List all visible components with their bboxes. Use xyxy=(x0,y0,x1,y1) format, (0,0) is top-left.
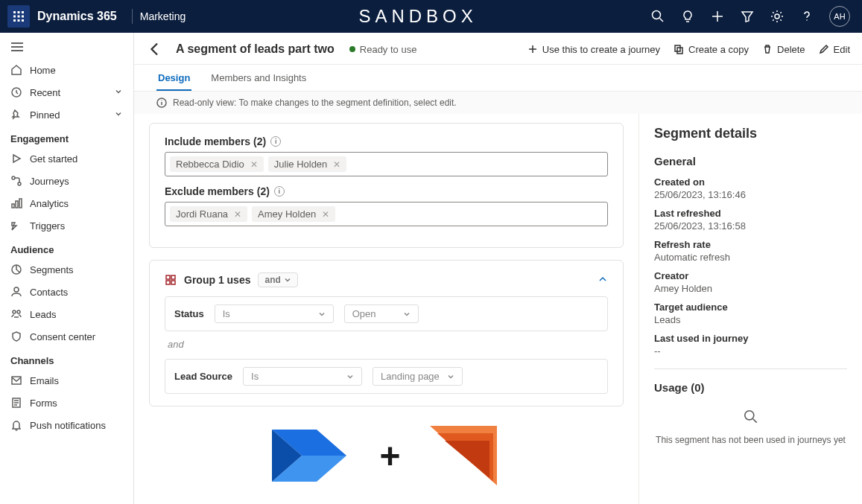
field-label: Last refreshed xyxy=(654,208,847,219)
readonly-infobar: Read-only view: To make changes to the s… xyxy=(134,92,862,114)
nav-group-channels: Channels xyxy=(0,348,133,369)
exclude-chips[interactable]: Jordi Ruana✕ Amey Holden✕ xyxy=(165,202,608,226)
delete-button[interactable]: Delete xyxy=(762,44,805,55)
chip-remove-button[interactable]: ✕ xyxy=(250,159,258,170)
usage-empty-text: This segment has not been used in journe… xyxy=(654,435,847,445)
area-label: Marketing xyxy=(140,10,186,22)
nav-label: Segments xyxy=(30,264,74,275)
power-automate-logo-icon xyxy=(264,418,361,493)
condition-value-dropdown[interactable]: Open xyxy=(344,304,419,323)
play-icon xyxy=(10,153,22,165)
page-title: A segment of leads part two xyxy=(176,42,335,56)
details-title: Segment details xyxy=(654,126,847,141)
nav-leads[interactable]: Leads xyxy=(0,303,133,325)
chip-remove-button[interactable]: ✕ xyxy=(322,209,329,220)
nav-analytics[interactable]: Analytics xyxy=(0,192,133,214)
clock-icon xyxy=(10,86,22,98)
nav-pinned[interactable]: Pinned xyxy=(0,103,133,126)
help-button[interactable] xyxy=(799,9,814,24)
field-value: Automatic refresh xyxy=(654,252,847,263)
svg-rect-23 xyxy=(12,204,14,208)
nav-push[interactable]: Push notifications xyxy=(0,414,133,436)
nav-label: Get started xyxy=(30,153,77,165)
tab-members-insights[interactable]: Members and Insights xyxy=(209,65,308,91)
field-value: Leads xyxy=(654,314,847,325)
svg-line-53 xyxy=(752,419,756,423)
filter-button[interactable] xyxy=(740,9,755,24)
nav-emails[interactable]: Emails xyxy=(0,369,133,392)
chip-remove-button[interactable]: ✕ xyxy=(333,159,340,170)
condition-row-status: Status Is Open xyxy=(165,296,608,331)
condition-value-dropdown[interactable]: Landing page xyxy=(373,367,463,386)
chevron-up-icon xyxy=(598,274,608,284)
svg-rect-30 xyxy=(12,377,21,384)
idea-button[interactable] xyxy=(680,9,695,24)
tab-bar: Design Members and Insights xyxy=(134,65,862,92)
condition-row-lead-source: Lead Source Is Landing page xyxy=(165,359,608,394)
add-button[interactable] xyxy=(710,9,725,24)
nav-home[interactable]: Home xyxy=(0,59,133,81)
nav-consent[interactable]: Consent center xyxy=(0,325,133,348)
use-journey-button[interactable]: Use this to create a journey xyxy=(527,44,660,55)
settings-button[interactable] xyxy=(770,9,785,24)
nav-journeys[interactable]: Journeys xyxy=(0,170,133,192)
chevron-down-icon xyxy=(284,276,291,284)
search-button[interactable] xyxy=(650,9,665,24)
nav-recent[interactable]: Recent xyxy=(0,81,133,103)
user-avatar[interactable]: AH xyxy=(829,6,850,27)
nav-label: Triggers xyxy=(30,220,65,232)
exclude-label: Exclude members (2) xyxy=(165,185,270,197)
field-value: Amey Holden xyxy=(654,283,847,294)
field-value: 25/06/2023, 13:16:58 xyxy=(654,220,847,232)
person-icon xyxy=(10,286,22,298)
svg-point-29 xyxy=(17,310,20,313)
environment-banner: SANDBOX xyxy=(186,6,650,27)
nav-label: Emails xyxy=(30,375,59,386)
nav-segments[interactable]: Segments xyxy=(0,258,133,281)
include-chips[interactable]: Rebbecca Didio✕ Julie Holden✕ xyxy=(165,152,608,176)
nav-label: Analytics xyxy=(30,198,69,209)
app-launcher-button[interactable] xyxy=(7,5,30,28)
info-icon[interactable]: i xyxy=(274,186,285,197)
svg-rect-42 xyxy=(166,275,170,279)
nav-forms[interactable]: Forms xyxy=(0,392,133,414)
status-badge: Ready to use xyxy=(349,44,417,55)
edit-button[interactable]: Edit xyxy=(819,44,850,55)
hamburger-button[interactable] xyxy=(0,37,133,59)
nav-triggers[interactable]: Triggers xyxy=(0,214,133,237)
collapse-group-button[interactable] xyxy=(598,274,608,287)
back-button[interactable] xyxy=(146,40,164,58)
chip-remove-button[interactable]: ✕ xyxy=(234,209,241,220)
nav-contacts[interactable]: Contacts xyxy=(0,281,133,303)
copy-icon xyxy=(674,44,684,54)
svg-rect-5 xyxy=(22,16,24,18)
mail-icon xyxy=(10,374,22,386)
svg-point-52 xyxy=(744,411,753,420)
infobar-text: Read-only view: To make changes to the s… xyxy=(173,98,457,108)
shield-icon xyxy=(10,331,22,342)
condition-operator-dropdown[interactable]: Is xyxy=(243,367,362,386)
plus-icon xyxy=(710,9,725,24)
nav-label: Journeys xyxy=(30,176,69,187)
divider xyxy=(132,9,133,24)
nav-get-started[interactable]: Get started xyxy=(0,147,133,170)
svg-rect-2 xyxy=(22,11,24,13)
field-label: Target audience xyxy=(654,302,847,313)
nav-label: Push notifications xyxy=(30,420,106,431)
main-region: A segment of leads part two Ready to use… xyxy=(134,33,862,504)
create-copy-button[interactable]: Create a copy xyxy=(674,44,749,55)
group-icon xyxy=(165,274,177,286)
trash-icon xyxy=(762,44,773,54)
command-bar: A segment of leads part two Ready to use… xyxy=(134,33,862,65)
svg-rect-24 xyxy=(16,201,18,208)
home-icon xyxy=(10,64,22,76)
group-operator-dropdown[interactable]: and xyxy=(258,272,297,287)
tab-design[interactable]: Design xyxy=(156,65,191,91)
info-icon[interactable]: i xyxy=(270,136,281,147)
group-label: Group 1 uses xyxy=(184,274,250,286)
condition-operator-dropdown[interactable]: Is xyxy=(215,304,334,323)
usage-empty-state: This segment has not been used in journe… xyxy=(654,409,847,445)
pin-icon xyxy=(10,109,22,121)
svg-point-27 xyxy=(14,287,19,292)
journey-icon xyxy=(10,175,22,187)
